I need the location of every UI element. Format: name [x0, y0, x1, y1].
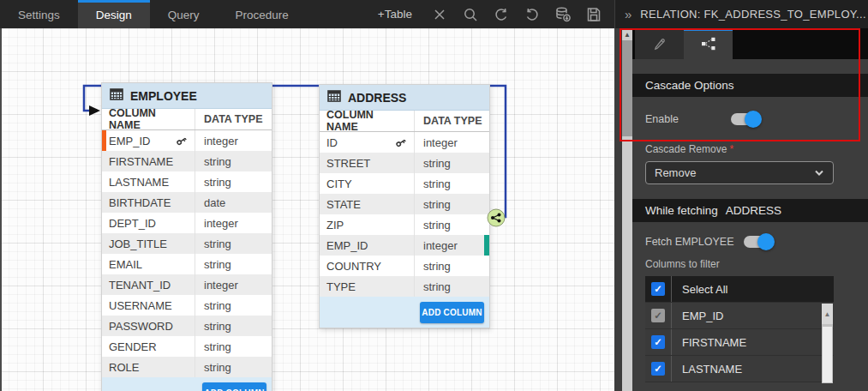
- search-icon[interactable]: [461, 5, 479, 23]
- column-name: PASSWORD: [109, 320, 173, 333]
- column-row[interactable]: PASSWORDstring: [102, 316, 272, 336]
- column-row[interactable]: STATEstring: [320, 194, 489, 214]
- column-row[interactable]: STREETstring: [320, 153, 489, 173]
- pencil-icon: [652, 36, 667, 55]
- column-name: TENANT_ID: [109, 279, 171, 292]
- header-column-name: COLUMN NAME: [102, 109, 195, 129]
- properties-panel: Cascade Options Enable Cascade Remove* R…: [614, 28, 868, 391]
- tab-relation[interactable]: [684, 28, 733, 59]
- tab-query[interactable]: Query: [150, 0, 218, 28]
- top-toolbar: Settings Design Query Procedure +Table R…: [0, 0, 868, 28]
- column-row[interactable]: BIRTHDATEdate: [102, 192, 272, 213]
- while-fetching-header: While fetchingADDRESS: [632, 199, 868, 222]
- header-column-name: COLUMN NAME: [320, 111, 415, 131]
- add-column-button[interactable]: ADD COLUMN: [420, 302, 484, 323]
- column-row[interactable]: USERNAMEstring: [102, 295, 272, 316]
- table-footer: ADD COLUMN: [320, 297, 489, 328]
- filter-item-label: LASTNAME: [672, 356, 742, 382]
- checkbox-checked[interactable]: [651, 282, 665, 296]
- list-scrollbar[interactable]: [822, 304, 833, 383]
- save-icon[interactable]: [584, 5, 602, 23]
- column-name: FIRSTNAME: [109, 155, 173, 168]
- column-type: integer: [195, 279, 272, 292]
- column-type: date: [195, 196, 272, 209]
- add-table-button[interactable]: +Table: [378, 8, 412, 21]
- table-footer: ADD COLUMN: [102, 377, 272, 391]
- close-icon[interactable]: [430, 5, 448, 23]
- panel-title: RELATION: FK_ADDRESS_TO_EMPLOY...: [640, 8, 865, 21]
- column-row[interactable]: JOB_TITLEstring: [102, 233, 272, 254]
- table-title: EMPLOYEE: [130, 89, 197, 103]
- enable-row: Enable: [632, 97, 868, 143]
- filter-row-lastname[interactable]: LASTNAME: [645, 356, 834, 382]
- cascade-remove-select[interactable]: Remove: [645, 161, 834, 184]
- table-icon: [110, 87, 123, 104]
- column-type: string: [195, 340, 272, 353]
- column-row-emp-id[interactable]: EMP_IDinteger: [320, 235, 489, 256]
- filter-item-label: FIRSTNAME: [672, 329, 746, 355]
- column-type: string: [415, 219, 489, 232]
- column-type: string: [195, 176, 272, 189]
- fetch-toggle[interactable]: [744, 236, 772, 248]
- scrollbar-thumb[interactable]: [823, 327, 832, 382]
- column-row-id[interactable]: ID integer: [320, 132, 489, 153]
- scroll-up-icon[interactable]: [822, 304, 833, 324]
- column-row[interactable]: CITYstring: [320, 173, 489, 194]
- tab-procedure[interactable]: Procedure: [218, 0, 307, 28]
- column-row[interactable]: LASTNAMEstring: [102, 171, 272, 192]
- column-type: string: [415, 177, 489, 190]
- column-row[interactable]: TYPEstring: [320, 276, 489, 297]
- panel-scrollbar[interactable]: [622, 28, 632, 391]
- design-canvas[interactable]: EMPLOYEE COLUMN NAME DATA TYPE EMP_ID in…: [0, 28, 614, 391]
- column-name: USERNAME: [109, 299, 172, 312]
- tab-edit-pencil[interactable]: [635, 28, 684, 59]
- table-address[interactable]: ADDRESS COLUMN NAME DATA TYPE ID integer…: [319, 84, 490, 328]
- column-type: string: [415, 198, 489, 211]
- undo-icon[interactable]: [492, 5, 510, 23]
- column-name: ID: [326, 136, 338, 149]
- cascade-options-header: Cascade Options: [632, 74, 868, 97]
- checkbox-checked[interactable]: [651, 335, 665, 349]
- table-employee[interactable]: EMPLOYEE COLUMN NAME DATA TYPE EMP_ID in…: [101, 82, 272, 391]
- column-row-emp-id[interactable]: EMP_ID integer: [102, 130, 272, 151]
- fetch-row: Fetch EMPLOYEE: [632, 222, 868, 258]
- redo-icon[interactable]: [523, 5, 541, 23]
- filter-item-label: EMP_ID: [672, 303, 723, 328]
- column-row[interactable]: EMAILstring: [102, 254, 272, 274]
- column-name: ZIP: [326, 219, 344, 232]
- relation-arrow-icon: [89, 105, 100, 116]
- enable-toggle[interactable]: [731, 113, 759, 125]
- columns-to-filter-label: Columns to filter: [645, 258, 855, 270]
- checkbox-checked[interactable]: [651, 362, 665, 376]
- add-column-button[interactable]: ADD COLUMN: [202, 382, 266, 391]
- column-type: string: [195, 320, 272, 333]
- collapse-panel-icon[interactable]: [625, 7, 632, 21]
- filter-row-firstname[interactable]: FIRSTNAME: [645, 329, 834, 356]
- tab-design[interactable]: Design: [78, 0, 150, 28]
- column-row[interactable]: COUNTRYstring: [320, 256, 489, 276]
- column-row[interactable]: ZIPstring: [320, 214, 489, 235]
- column-row[interactable]: FIRSTNAMEstring: [102, 151, 272, 171]
- tab-settings[interactable]: Settings: [0, 0, 78, 28]
- table-title: ADDRESS: [348, 91, 406, 105]
- database-export-icon[interactable]: [554, 5, 572, 23]
- table-employee-titlebar[interactable]: EMPLOYEE: [102, 83, 272, 109]
- column-type: string: [415, 280, 489, 293]
- relation-endpoint-icon[interactable]: [487, 208, 506, 227]
- filter-row-emp-id[interactable]: EMP_ID: [645, 303, 834, 329]
- column-name: DEPT_ID: [109, 217, 156, 230]
- required-asterisk: *: [729, 143, 733, 155]
- column-row[interactable]: GENDERstring: [102, 336, 272, 357]
- fetch-label: Fetch EMPLOYEE: [645, 236, 744, 248]
- column-row[interactable]: DEPT_IDinteger: [102, 213, 272, 233]
- column-name: STREET: [326, 157, 370, 170]
- table-address-titlebar[interactable]: ADDRESS: [320, 85, 489, 111]
- column-type: string: [195, 361, 272, 374]
- column-row[interactable]: ROLEstring: [102, 357, 272, 377]
- relation-line[interactable]: [0, 28, 614, 391]
- column-row[interactable]: TENANT_IDinteger: [102, 274, 272, 295]
- panel-tabs: [632, 28, 868, 59]
- scrollbar-thumb[interactable]: [622, 40, 632, 136]
- scroll-up-icon[interactable]: [622, 28, 632, 40]
- filter-row-select-all[interactable]: Select All: [645, 276, 834, 303]
